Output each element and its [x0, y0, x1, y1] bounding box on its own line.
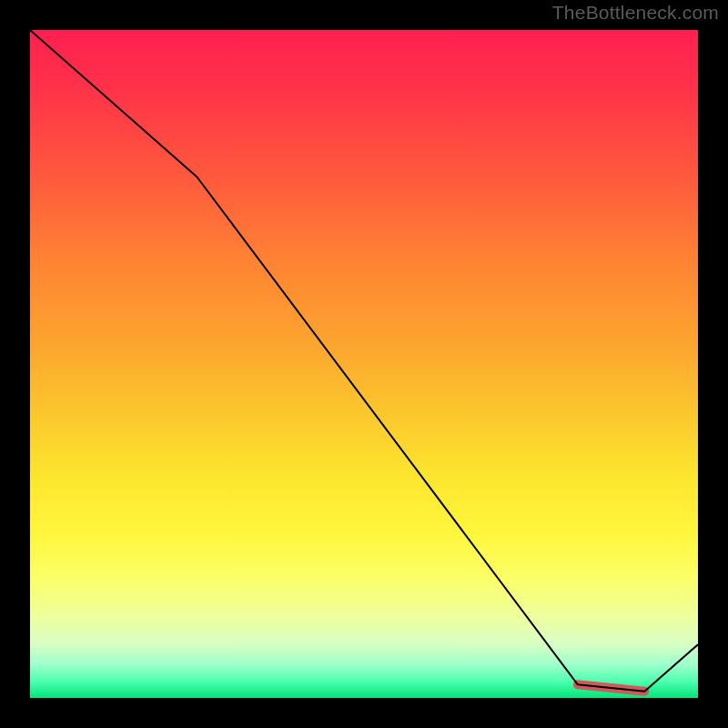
plot-area [30, 30, 698, 698]
bottleneck-curve-line [30, 30, 698, 692]
watermark-text: TheBottleneck.com [552, 2, 719, 24]
chart-frame: TheBottleneck.com [0, 0, 728, 728]
chart-svg [30, 30, 698, 698]
